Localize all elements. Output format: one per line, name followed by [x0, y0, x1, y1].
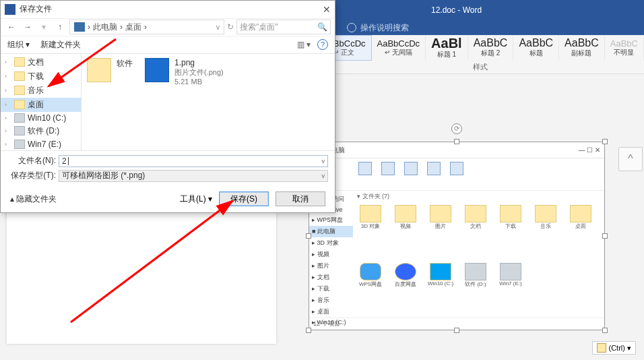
- folder-group-label: ▾ 文件夹 (7): [353, 191, 604, 202]
- paste-options-label: (Ctrl) ▾: [609, 344, 632, 353]
- clipboard-icon: [597, 343, 606, 353]
- search-input[interactable]: 搜索"桌面" 🔍: [236, 20, 331, 34]
- resize-handle[interactable]: [306, 328, 311, 333]
- search-placeholder: 搜索"桌面": [240, 22, 278, 33]
- style-item[interactable]: AaBl标题 1: [426, 35, 468, 61]
- help-button[interactable]: ?: [317, 39, 328, 50]
- up-button[interactable]: ↑: [53, 22, 67, 32]
- inserted-image[interactable]: ⟳ ▮ ▸ 此电脑 — ☐ ✕ ☆ 快速访问▸ OneDrive▸ WPS网盘■…: [309, 142, 605, 330]
- resize-handle[interactable]: [306, 233, 311, 239]
- word-title-text: 12.doc - Word: [431, 5, 482, 15]
- save-button[interactable]: 保存(S): [219, 191, 269, 206]
- tree-item[interactable]: ›Win7 (E:): [1, 138, 81, 150]
- explorer-toolbar: [309, 158, 604, 191]
- forward-button[interactable]: →: [21, 22, 34, 32]
- styles-gallery[interactable]: AaBbCcDc↵ 正文AaBbCcDc↵ 无间隔AaBl标题 1AaBbC标题…: [317, 35, 644, 61]
- tools-menu[interactable]: 工具(L) ▾: [180, 193, 212, 205]
- breadcrumb-item[interactable]: 桌面: [125, 22, 141, 33]
- cancel-button[interactable]: 取消: [276, 191, 325, 206]
- close-button[interactable]: ✕: [323, 4, 331, 15]
- dialog-title-text: 保存文件: [20, 3, 52, 15]
- paste-options-button[interactable]: (Ctrl) ▾: [592, 341, 637, 355]
- resize-handle[interactable]: [602, 233, 608, 239]
- pc-icon: [74, 22, 85, 32]
- filetype-combo[interactable]: 可移植网络图形 (*.png) v: [59, 170, 328, 182]
- style-item[interactable]: AaBbC标题 2: [468, 35, 514, 61]
- back-button[interactable]: ←: [5, 22, 18, 32]
- style-item[interactable]: AaBbC副标题: [559, 35, 605, 61]
- tree-item[interactable]: ›软件 (D:): [1, 124, 81, 138]
- breadcrumb-item[interactable]: 此电脑: [93, 22, 117, 33]
- organize-menu[interactable]: 组织 ▾: [7, 39, 30, 51]
- explorer-window-controls: — ☐ ✕: [578, 146, 600, 154]
- search-icon: 🔍: [317, 22, 327, 32]
- folder-tree[interactable]: ›文档›下载›音乐›桌面›Win10 (C:)›软件 (D:)›Win7 (E:…: [1, 54, 82, 150]
- style-item[interactable]: AaBbCcDc↵ 无间隔: [372, 35, 426, 61]
- save-file-dialog: 保存文件 ✕ ← → ▾ ↑ › 此电脑 › 桌面 › v ↻ 搜索"桌面" 🔍…: [0, 0, 335, 213]
- explorer-titlebar: ▮ ▸ 此电脑 — ☐ ✕: [309, 142, 604, 158]
- explorer-grid: WPS网盘百度网盘Win10 (C:)软件 (D:)Win7 (E:): [353, 260, 604, 318]
- hide-folders-toggle[interactable]: ▴ 隐藏文件夹: [10, 193, 57, 205]
- tell-me-text: 操作说明搜索: [360, 22, 409, 34]
- filename-input[interactable]: 2 v: [59, 155, 328, 167]
- filetype-label: 保存类型(T):: [7, 170, 56, 181]
- view-button[interactable]: ▥ ▾: [297, 40, 311, 49]
- resize-handle[interactable]: [454, 328, 459, 333]
- style-item[interactable]: AaBbC不明显: [605, 35, 644, 61]
- app-icon: [5, 4, 15, 15]
- tool-icon: [450, 162, 463, 175]
- file-item[interactable]: 1.png图片文件(.png)5.21 MB: [145, 58, 224, 86]
- tree-item[interactable]: ›文档: [1, 55, 81, 69]
- tree-item[interactable]: ›音乐: [1, 84, 81, 98]
- collapse-ribbon-button[interactable]: ^: [618, 147, 643, 171]
- dialog-footer: ▴ 隐藏文件夹 工具(L) ▾ 保存(S) 取消: [1, 186, 335, 212]
- filename-label: 文件名(N):: [7, 155, 56, 167]
- tool-icon: [427, 162, 441, 175]
- style-item[interactable]: AaBbC标题: [513, 35, 559, 61]
- styles-group-label: 样式: [317, 61, 644, 73]
- tool-icon: [381, 162, 395, 175]
- tree-item[interactable]: ›下载: [1, 69, 81, 84]
- tree-item[interactable]: ›桌面: [1, 98, 81, 112]
- resize-handle[interactable]: [602, 328, 608, 333]
- file-list[interactable]: 软件1.png图片文件(.png)5.21 MB: [82, 54, 335, 150]
- resize-handle[interactable]: [602, 139, 608, 144]
- filename-value: 2: [62, 156, 67, 166]
- dialog-navbar: ← → ▾ ↑ › 此电脑 › 桌面 › v ↻ 搜索"桌面" 🔍: [1, 18, 335, 37]
- rotate-handle-icon[interactable]: ⟳: [451, 123, 462, 134]
- dialog-command-bar: 组织 ▾ 新建文件夹 ▥ ▾ ?: [1, 36, 335, 54]
- tool-icon: [404, 162, 418, 175]
- filetype-value: 可移植网络图形 (*.png): [62, 170, 145, 181]
- breadcrumb[interactable]: › 此电脑 › 桌面 › v: [69, 20, 224, 34]
- bulb-icon: [347, 23, 356, 32]
- file-item[interactable]: 软件: [87, 58, 133, 82]
- tool-icon: [358, 162, 372, 175]
- explorer-grid: 3D 对象视频图片文档下载音乐桌面: [353, 202, 604, 260]
- tree-item[interactable]: ›Win10 (C:): [1, 112, 81, 124]
- resize-handle[interactable]: [454, 139, 459, 144]
- dialog-titlebar: 保存文件 ✕: [1, 1, 335, 18]
- new-folder-button[interactable]: 新建文件夹: [40, 39, 81, 51]
